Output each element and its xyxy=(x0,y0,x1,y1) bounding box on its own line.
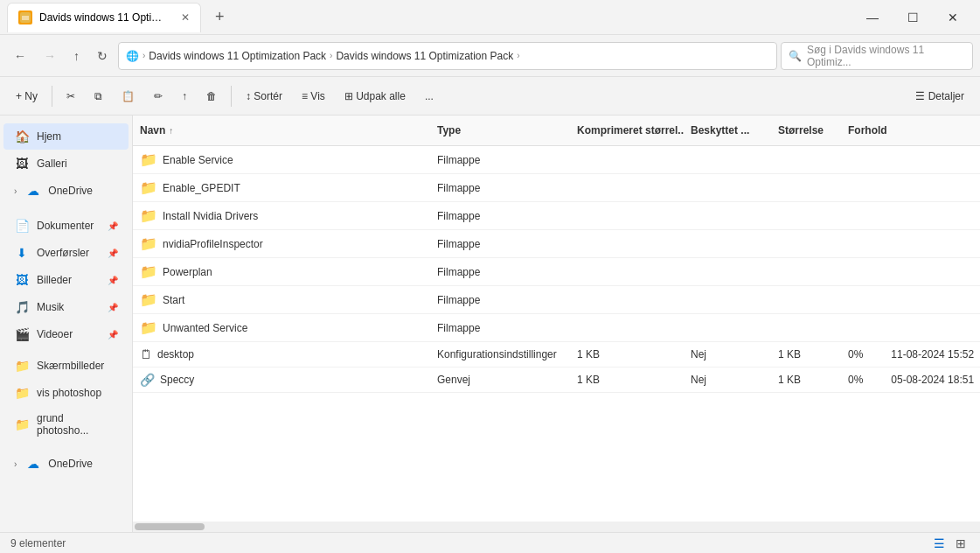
sidebar-item-hjem[interactable]: 🏠 Hjem xyxy=(3,123,129,150)
table-row[interactable]: 📁 Install Nvidia Drivers Filmappe xyxy=(133,202,980,230)
file-modified: 05-08-2024 18:51 xyxy=(891,374,974,386)
expand-icon-bottom: › xyxy=(14,459,17,469)
back-button[interactable]: ← xyxy=(7,44,33,68)
file-size-cell: 1 KB xyxy=(771,342,841,367)
sidebar-item-onedrive-top[interactable]: › ☁ OneDrive xyxy=(3,178,129,204)
sidebar-label-onedrive-bottom: OneDrive xyxy=(48,458,93,470)
file-name: nvidiaProfileInspector xyxy=(163,238,263,250)
file-modified-cell: 0% 05-08-2024 18:51 xyxy=(841,368,980,392)
sidebar-item-onedrive-bottom[interactable]: › ☁ OneDrive xyxy=(3,451,129,477)
breadcrumb-bar[interactable]: 🌐 › Davids windows 11 Optimization Pack … xyxy=(118,42,777,70)
minimize-button[interactable]: — xyxy=(852,0,893,35)
scrollbar-thumb[interactable] xyxy=(135,523,205,530)
sidebar-item-billeder[interactable]: 🖼 Billeder 📌 xyxy=(3,267,129,293)
file-size-cell xyxy=(771,314,841,341)
file-protected: Nej xyxy=(691,348,706,360)
file-compressed-cell xyxy=(570,286,684,313)
file-ratio: 0% xyxy=(848,348,863,360)
delete-button[interactable]: 🗑 xyxy=(198,85,226,108)
table-row[interactable]: 📁 Unwanted Service Filmappe xyxy=(133,314,980,342)
close-button[interactable]: ✕ xyxy=(933,0,973,35)
extract-button[interactable]: ⊞ Udpak alle xyxy=(336,85,414,108)
more-button[interactable]: ... xyxy=(416,85,442,108)
grund-photoshop-icon: 📁 xyxy=(14,416,30,432)
search-bar[interactable]: 🔍 Søg i Davids windows 11 Optimiz... xyxy=(781,42,973,70)
sidebar-label-skærmbilleder: Skærmbilleder xyxy=(37,360,104,372)
downloads-icon: ⬇ xyxy=(14,245,30,261)
breadcrumb-item-1[interactable]: Davids windows 11 Optimization Pack xyxy=(149,50,326,62)
breadcrumb-item-2[interactable]: Davids windows 11 Optimization Pack xyxy=(336,50,513,62)
file-size-cell xyxy=(771,258,841,285)
music-icon: 🎵 xyxy=(14,299,30,315)
gallery-icon: 🖼 xyxy=(14,156,30,172)
sidebar-item-dokumenter[interactable]: 📄 Dokumenter 📌 xyxy=(3,213,129,239)
tab-close-btn[interactable]: ✕ xyxy=(181,11,190,24)
file-compressed-cell xyxy=(570,174,684,201)
up-button[interactable]: ↑ xyxy=(66,44,87,68)
header-protected[interactable]: Beskyttet ... xyxy=(684,119,771,142)
header-name[interactable]: Navn ↑ xyxy=(133,119,430,142)
copy-button[interactable]: ⧉ xyxy=(86,85,111,108)
browser-tab[interactable]: Davids windows 11 Optimizatic ✕ xyxy=(7,3,201,32)
header-type[interactable]: Type xyxy=(430,119,570,142)
onedrive-icon-bottom: ☁ xyxy=(25,456,41,472)
main-content: 🏠 Hjem 🖼 Galleri › ☁ OneDrive 📄 Dokument… xyxy=(0,116,980,532)
rename-button[interactable]: ✏ xyxy=(145,85,171,108)
file-rows: 📁 Enable Service Filmappe 📁 Enab xyxy=(133,146,980,393)
sidebar-label-billeder: Billeder xyxy=(37,274,72,286)
file-type-cell: Filmappe xyxy=(430,286,570,313)
new-button[interactable]: + Ny xyxy=(7,85,46,108)
table-row[interactable]: 📁 Enable Service Filmappe xyxy=(133,146,980,174)
folder-icon: 📁 xyxy=(140,291,157,308)
file-name-cell: 🔗 Speccy xyxy=(133,368,430,392)
file-name-cell: 📁 Enable Service xyxy=(133,146,430,173)
file-size: 1 KB xyxy=(778,374,801,386)
file-modified-cell: 0% 11-08-2024 15:52 xyxy=(841,342,980,367)
header-size[interactable]: Størrelse xyxy=(771,119,841,142)
new-tab-button[interactable]: + xyxy=(208,4,232,30)
sidebar-item-videoer[interactable]: 🎬 Videoer 📌 xyxy=(3,321,129,347)
table-row[interactable]: 📁 Start Filmappe xyxy=(133,286,980,314)
file-size-cell xyxy=(771,146,841,173)
table-row[interactable]: 📁 nvidiaProfileInspector Filmappe xyxy=(133,230,980,258)
sidebar-item-grundphotoshop[interactable]: 📁 grund photosho... xyxy=(3,407,129,442)
file-name: Enable Service xyxy=(163,154,233,166)
details-button[interactable]: ☰ Detaljer xyxy=(907,85,973,108)
table-row[interactable]: 🔗 Speccy Genvej 1 KB Nej 1 KB 0% 05-08-2… xyxy=(133,368,980,393)
file-compressed: 1 KB xyxy=(577,348,600,360)
header-compressed[interactable]: Komprimeret størrel... xyxy=(570,119,684,142)
sidebar-item-skærmbilleder[interactable]: 📁 Skærmbilleder xyxy=(3,353,129,379)
sidebar-item-galleri[interactable]: 🖼 Galleri xyxy=(3,150,129,177)
sort-button[interactable]: ↕ Sortér xyxy=(237,85,291,108)
maximize-button[interactable]: ☐ xyxy=(893,0,933,35)
window-controls: — ☐ ✕ xyxy=(852,0,973,35)
header-ratio[interactable]: Forhold xyxy=(841,119,980,142)
cut-button[interactable]: ✂ xyxy=(58,85,84,108)
tab-icon xyxy=(18,10,32,24)
sidebar-item-overf[interactable]: ⬇ Overførsler 📌 xyxy=(3,240,129,266)
file-name: Install Nvidia Drivers xyxy=(163,210,258,222)
file-modified-cell xyxy=(841,230,980,257)
file-ratio: 0% xyxy=(848,374,863,386)
globe-icon: 🌐 xyxy=(126,50,139,62)
refresh-button[interactable]: ↻ xyxy=(90,44,115,68)
paste-button[interactable]: 📋 xyxy=(113,85,143,108)
file-name: Powerplan xyxy=(163,266,212,278)
forward-button[interactable]: → xyxy=(37,44,63,68)
file-compressed-cell xyxy=(570,314,684,341)
file-type-cell: Filmappe xyxy=(430,258,570,285)
list-view-button[interactable]: ☰ xyxy=(930,535,949,552)
sidebar-item-visphotoshop[interactable]: 📁 vis photoshop xyxy=(3,380,129,406)
file-protected: Nej xyxy=(691,374,706,386)
sidebar-item-musik[interactable]: 🎵 Musik 📌 xyxy=(3,294,129,320)
table-row[interactable]: 📁 Enable_GPEDIT Filmappe xyxy=(133,174,980,202)
sidebar-label-galleri: Galleri xyxy=(37,158,67,170)
expand-icon: › xyxy=(14,186,17,196)
view-button[interactable]: ≡ Vis xyxy=(293,85,334,108)
table-row[interactable]: 🗒 desktop Konfigurationsindstillinger 1 … xyxy=(133,342,980,368)
share-button[interactable]: ↑ xyxy=(173,85,196,108)
screenshots-folder-icon: 📁 xyxy=(14,358,30,374)
table-row[interactable]: 📁 Powerplan Filmappe xyxy=(133,258,980,286)
horizontal-scrollbar[interactable] xyxy=(133,522,980,532)
grid-view-button[interactable]: ⊞ xyxy=(952,535,970,552)
